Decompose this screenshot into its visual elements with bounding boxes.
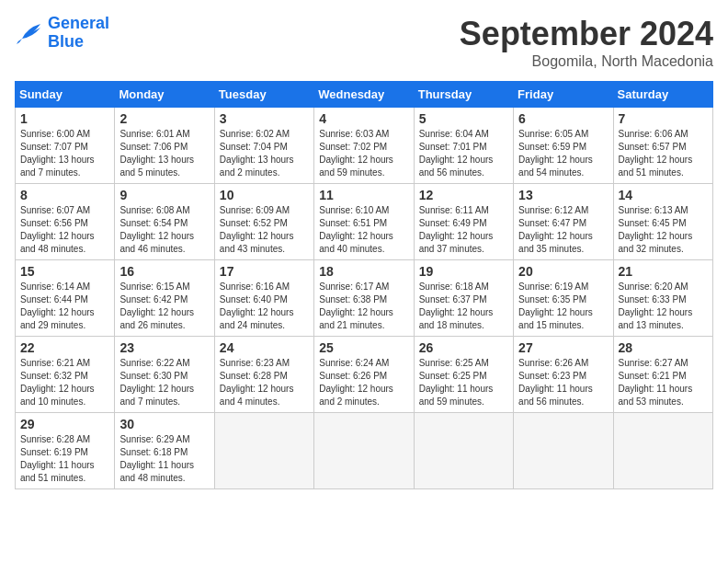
table-row: 7Sunrise: 6:06 AMSunset: 6:57 PMDaylight…: [613, 108, 712, 184]
day-number: 8: [20, 188, 109, 202]
day-number: 11: [319, 188, 408, 202]
day-number: 6: [518, 111, 608, 126]
day-info: Sunrise: 6:14 AMSunset: 6:44 PMDaylight:…: [20, 281, 109, 332]
logo-text: General Blue: [48, 15, 109, 52]
table-row: 16Sunrise: 6:15 AMSunset: 6:42 PMDayligh…: [115, 260, 214, 337]
day-info: Sunrise: 6:18 AMSunset: 6:37 PMDaylight:…: [419, 281, 508, 332]
logo-icon: [15, 20, 44, 46]
day-info: Sunrise: 6:12 AMSunset: 6:47 PMDaylight:…: [518, 204, 608, 256]
page-header: General Blue September 2024 Bogomila, No…: [15, 15, 713, 70]
day-info: Sunrise: 6:00 AMSunset: 7:07 PMDaylight:…: [20, 128, 109, 179]
day-info: Sunrise: 6:09 AMSunset: 6:52 PMDaylight:…: [220, 204, 309, 256]
day-number: 3: [220, 111, 309, 126]
day-number: 9: [119, 188, 209, 202]
day-number: 15: [20, 264, 109, 279]
day-number: 18: [319, 264, 408, 279]
day-info: Sunrise: 6:02 AMSunset: 7:04 PMDaylight:…: [220, 128, 309, 179]
day-number: 20: [518, 264, 608, 279]
table-row: [514, 413, 613, 489]
day-info: Sunrise: 6:01 AMSunset: 7:06 PMDaylight:…: [119, 128, 209, 179]
day-info: Sunrise: 6:16 AMSunset: 6:40 PMDaylight:…: [220, 281, 309, 332]
day-number: 26: [419, 340, 508, 355]
table-row: 10Sunrise: 6:09 AMSunset: 6:52 PMDayligh…: [214, 184, 313, 260]
day-number: 7: [619, 111, 708, 126]
day-number: 13: [518, 188, 608, 202]
table-row: 15Sunrise: 6:14 AMSunset: 6:44 PMDayligh…: [16, 260, 115, 337]
day-info: Sunrise: 6:03 AMSunset: 7:02 PMDaylight:…: [319, 128, 408, 179]
table-row: 25Sunrise: 6:24 AMSunset: 6:26 PMDayligh…: [314, 337, 414, 413]
table-row: [214, 413, 313, 489]
header-tuesday: Tuesday: [214, 82, 313, 108]
table-row: 28Sunrise: 6:27 AMSunset: 6:21 PMDayligh…: [613, 337, 712, 413]
header-thursday: Thursday: [414, 82, 513, 108]
day-info: Sunrise: 6:07 AMSunset: 6:56 PMDaylight:…: [20, 204, 109, 256]
day-number: 28: [619, 340, 708, 355]
day-number: 27: [518, 340, 608, 355]
day-info: Sunrise: 6:22 AMSunset: 6:30 PMDaylight:…: [119, 357, 209, 408]
calendar-header: Sunday Monday Tuesday Wednesday Thursday…: [16, 82, 713, 108]
day-number: 29: [20, 417, 109, 431]
table-row: 24Sunrise: 6:23 AMSunset: 6:28 PMDayligh…: [214, 337, 313, 413]
table-row: 21Sunrise: 6:20 AMSunset: 6:33 PMDayligh…: [613, 260, 712, 337]
table-row: 12Sunrise: 6:11 AMSunset: 6:49 PMDayligh…: [414, 184, 513, 260]
title-block: September 2024 Bogomila, North Macedonia: [460, 15, 713, 70]
header-monday: Monday: [115, 82, 214, 108]
day-info: Sunrise: 6:19 AMSunset: 6:35 PMDaylight:…: [518, 281, 608, 332]
table-row: [414, 413, 513, 489]
table-row: [613, 413, 712, 489]
day-info: Sunrise: 6:15 AMSunset: 6:42 PMDaylight:…: [119, 281, 209, 332]
day-number: 21: [619, 264, 708, 279]
table-row: 18Sunrise: 6:17 AMSunset: 6:38 PMDayligh…: [314, 260, 414, 337]
day-info: Sunrise: 6:20 AMSunset: 6:33 PMDaylight:…: [619, 281, 708, 332]
header-friday: Friday: [514, 82, 613, 108]
day-info: Sunrise: 6:11 AMSunset: 6:49 PMDaylight:…: [419, 204, 508, 256]
day-number: 23: [119, 340, 209, 355]
table-row: 6Sunrise: 6:05 AMSunset: 6:59 PMDaylight…: [514, 108, 613, 184]
table-row: 22Sunrise: 6:21 AMSunset: 6:32 PMDayligh…: [16, 337, 115, 413]
month-title: September 2024: [460, 15, 713, 53]
day-info: Sunrise: 6:29 AMSunset: 6:18 PMDaylight:…: [119, 433, 209, 485]
table-row: [314, 413, 414, 489]
table-row: 29Sunrise: 6:28 AMSunset: 6:19 PMDayligh…: [16, 413, 115, 489]
day-number: 30: [119, 417, 209, 431]
table-row: 8Sunrise: 6:07 AMSunset: 6:56 PMDaylight…: [16, 184, 115, 260]
day-number: 4: [319, 111, 408, 126]
day-info: Sunrise: 6:23 AMSunset: 6:28 PMDaylight:…: [220, 357, 309, 408]
header-wednesday: Wednesday: [314, 82, 414, 108]
day-info: Sunrise: 6:25 AMSunset: 6:25 PMDaylight:…: [419, 357, 508, 408]
table-row: 2Sunrise: 6:01 AMSunset: 7:06 PMDaylight…: [115, 108, 214, 184]
calendar-table: Sunday Monday Tuesday Wednesday Thursday…: [15, 81, 713, 489]
table-row: 30Sunrise: 6:29 AMSunset: 6:18 PMDayligh…: [115, 413, 214, 489]
table-row: 5Sunrise: 6:04 AMSunset: 7:01 PMDaylight…: [414, 108, 513, 184]
day-number: 16: [119, 264, 209, 279]
table-row: 11Sunrise: 6:10 AMSunset: 6:51 PMDayligh…: [314, 184, 414, 260]
day-info: Sunrise: 6:10 AMSunset: 6:51 PMDaylight:…: [319, 204, 408, 256]
table-row: 14Sunrise: 6:13 AMSunset: 6:45 PMDayligh…: [613, 184, 712, 260]
table-row: 23Sunrise: 6:22 AMSunset: 6:30 PMDayligh…: [115, 337, 214, 413]
day-number: 22: [20, 340, 109, 355]
day-info: Sunrise: 6:04 AMSunset: 7:01 PMDaylight:…: [419, 128, 508, 179]
table-row: 17Sunrise: 6:16 AMSunset: 6:40 PMDayligh…: [214, 260, 313, 337]
day-number: 12: [419, 188, 508, 202]
day-number: 19: [419, 264, 508, 279]
day-info: Sunrise: 6:08 AMSunset: 6:54 PMDaylight:…: [119, 204, 209, 256]
table-row: 19Sunrise: 6:18 AMSunset: 6:37 PMDayligh…: [414, 260, 513, 337]
day-info: Sunrise: 6:17 AMSunset: 6:38 PMDaylight:…: [319, 281, 408, 332]
day-info: Sunrise: 6:13 AMSunset: 6:45 PMDaylight:…: [619, 204, 708, 256]
location: Bogomila, North Macedonia: [460, 53, 713, 70]
logo: General Blue: [15, 15, 109, 52]
day-info: Sunrise: 6:05 AMSunset: 6:59 PMDaylight:…: [518, 128, 608, 179]
header-sunday: Sunday: [16, 82, 115, 108]
day-number: 17: [220, 264, 309, 279]
table-row: 26Sunrise: 6:25 AMSunset: 6:25 PMDayligh…: [414, 337, 513, 413]
day-number: 1: [20, 111, 109, 126]
day-info: Sunrise: 6:26 AMSunset: 6:23 PMDaylight:…: [518, 357, 608, 408]
calendar-body: 1Sunrise: 6:00 AMSunset: 7:07 PMDaylight…: [16, 108, 713, 489]
day-number: 5: [419, 111, 508, 126]
day-number: 10: [220, 188, 309, 202]
table-row: 4Sunrise: 6:03 AMSunset: 7:02 PMDaylight…: [314, 108, 414, 184]
day-number: 25: [319, 340, 408, 355]
table-row: 27Sunrise: 6:26 AMSunset: 6:23 PMDayligh…: [514, 337, 613, 413]
day-number: 24: [220, 340, 309, 355]
day-info: Sunrise: 6:27 AMSunset: 6:21 PMDaylight:…: [619, 357, 708, 408]
